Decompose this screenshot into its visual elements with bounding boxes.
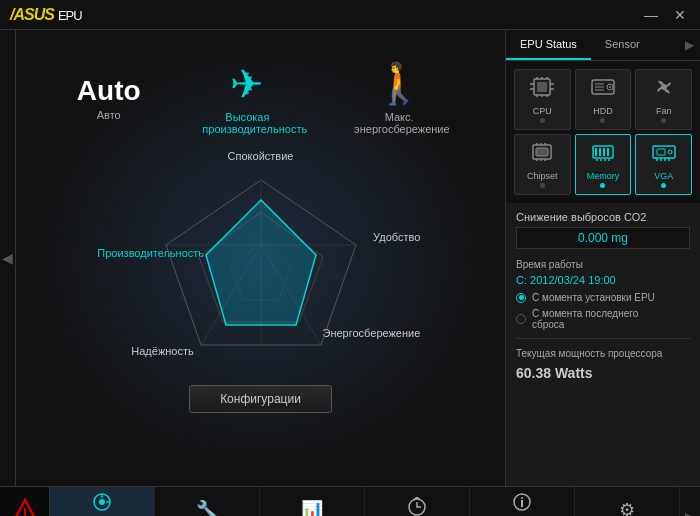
uptime-title: Время работы: [516, 259, 690, 270]
hdd-dot: [600, 118, 605, 123]
config-btn-area: Конфигурации: [26, 385, 495, 413]
chipset-label: Chipset: [527, 171, 558, 181]
radar-chart: [151, 170, 371, 374]
mode-high-perf[interactable]: ✈ Высокаяпроизводительность: [202, 61, 292, 135]
nav-update[interactable]: Update: [365, 487, 470, 517]
radar-label-top: Спокойствие: [228, 150, 294, 162]
svg-rect-38: [599, 148, 601, 156]
svg-marker-8: [206, 200, 316, 325]
mode-label: Auto: [77, 75, 141, 107]
sensor-chipset[interactable]: Chipset: [514, 134, 571, 195]
mode-sublabel: Авто: [77, 109, 141, 121]
svg-point-23: [609, 86, 611, 88]
nav-logo-icon: [9, 498, 41, 517]
update-icon: [407, 497, 427, 516]
monitor-icon: 📊: [301, 499, 323, 517]
radio-reset[interactable]: С момента последнегосброса: [516, 308, 690, 330]
radio-epu[interactable]: С момента установки EPU: [516, 292, 690, 303]
nav-items: AutoTuning 🔧 Tool 📊 Monitor Update: [50, 487, 680, 517]
power-value: 60.38 Watts: [516, 365, 690, 381]
radio-epu-label: С момента установки EPU: [532, 292, 655, 303]
main-container: ◀ Auto Авто ✈ Высокаяпроизводительность …: [0, 30, 700, 486]
nav-right-arrow[interactable]: ▶: [680, 487, 700, 516]
minimize-button[interactable]: —: [640, 7, 662, 23]
right-panel: EPU Status Sensor ▶: [505, 30, 700, 486]
co2-value: 0.000 mg: [516, 227, 690, 249]
nav-settings[interactable]: ⚙ Settings: [575, 487, 680, 517]
sensor-cpu[interactable]: CPU: [514, 69, 571, 130]
sensor-fan[interactable]: Fan: [635, 69, 692, 130]
cpu-label: CPU: [533, 106, 552, 116]
mode-auto: Auto Авто: [77, 75, 141, 121]
tab-sensor[interactable]: Sensor: [591, 30, 654, 60]
hdd-label: HDD: [593, 106, 613, 116]
memory-icon: [590, 141, 616, 169]
svg-rect-29: [536, 148, 548, 156]
nav-system-information[interactable]: SystemInformation: [470, 487, 575, 517]
nav-auto-tuning[interactable]: AutoTuning: [50, 487, 155, 517]
nav-logo-area: [0, 487, 50, 516]
svg-rect-39: [603, 148, 605, 156]
auto-tuning-icon: [91, 491, 113, 517]
uptime-from: С: 2012/03/24 19:00: [516, 274, 690, 286]
sensor-vga[interactable]: VGA: [635, 134, 692, 195]
fan-label: Fan: [656, 106, 672, 116]
svg-point-47: [668, 150, 672, 154]
svg-point-56: [99, 499, 105, 505]
memory-label: Memory: [587, 171, 620, 181]
time-section: Время работы С: 2012/03/24 19:00 С момен…: [516, 259, 690, 330]
fan-icon: [651, 76, 677, 104]
config-button[interactable]: Конфигурации: [189, 385, 332, 413]
radio-epu-circle[interactable]: [516, 293, 526, 303]
mode-eco[interactable]: 🚶 Макс.энергосбережение: [354, 60, 444, 135]
asus-logo: /ASUSEPU: [10, 6, 82, 24]
sensor-memory[interactable]: Memory: [575, 134, 632, 195]
system-info-icon: [512, 492, 532, 517]
radar-section: Спокойствие Производительность Удобство …: [91, 150, 431, 380]
close-button[interactable]: ✕: [670, 7, 690, 23]
vga-label: VGA: [654, 171, 673, 181]
mode-high-label: Высокаяпроизводительность: [202, 111, 292, 135]
titlebar-controls[interactable]: — ✕: [640, 7, 690, 23]
radio-reset-circle[interactable]: [516, 314, 526, 324]
chipset-dot: [540, 183, 545, 188]
power-label: Текущая мощность процессора: [516, 347, 690, 361]
svg-rect-10: [537, 82, 547, 92]
titlebar-left: /ASUSEPU: [10, 6, 82, 24]
left-panel: Auto Авто ✈ Высокаяпроизводительность 🚶 …: [16, 30, 505, 486]
radio-reset-label: С момента последнегосброса: [532, 308, 638, 330]
panel-tabs: EPU Status Sensor ▶: [506, 30, 700, 61]
vga-icon: [651, 141, 677, 169]
cpu-dot: [540, 118, 545, 123]
titlebar: /ASUSEPU — ✕: [0, 0, 700, 30]
airplane-icon: ✈: [202, 61, 292, 107]
power-section: Текущая мощность процессора 60.38 Watts: [516, 338, 690, 381]
svg-point-60: [521, 497, 523, 499]
svg-rect-40: [607, 148, 609, 156]
walk-icon: 🚶: [354, 60, 444, 107]
left-panel-arrow[interactable]: ◀: [0, 30, 16, 486]
co2-title: Снижение выбросов СО2: [516, 211, 690, 223]
svg-rect-46: [657, 149, 665, 155]
tool-icon: 🔧: [196, 499, 218, 517]
chipset-icon: [529, 141, 555, 169]
nav-tool[interactable]: 🔧 Tool: [155, 487, 260, 517]
mode-eco-label: Макс.энергосбережение: [354, 111, 444, 135]
hdd-icon: [590, 76, 616, 104]
tab-epu-status[interactable]: EPU Status: [506, 30, 591, 60]
radar-label-right-top: Удобство: [373, 231, 420, 243]
memory-dot: [600, 183, 605, 188]
mode-area: Auto Авто ✈ Высокаяпроизводительность 🚶 …: [26, 50, 495, 145]
tab-arrow[interactable]: ▶: [679, 30, 700, 60]
settings-icon: ⚙: [619, 499, 635, 517]
bottom-nav: AutoTuning 🔧 Tool 📊 Monitor Update: [0, 486, 700, 516]
cpu-icon: [529, 76, 555, 104]
sensor-hdd[interactable]: HDD: [575, 69, 632, 130]
status-section: Снижение выбросов СО2 0.000 mg Время раб…: [506, 203, 700, 486]
vga-dot: [661, 183, 666, 188]
fan-dot: [661, 118, 666, 123]
sensor-grid: CPU HDD: [506, 61, 700, 203]
nav-monitor[interactable]: 📊 Monitor: [260, 487, 365, 517]
svg-rect-37: [595, 148, 597, 156]
